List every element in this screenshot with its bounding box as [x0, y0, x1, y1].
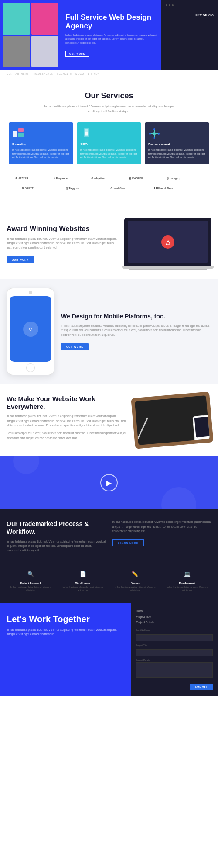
everywhere-desc2: Sed ullamcorper tellus erat, non ultrice…: [7, 431, 126, 440]
service-card-seo: SEO In hac habitasse platea dictumst. Vi…: [77, 122, 141, 164]
brand-taggore: ◎ Taggore: [66, 187, 108, 190]
submit-button[interactable]: SUBMIT: [190, 684, 213, 690]
services-grid: Branding In hac habitasse platea dictums…: [9, 122, 209, 164]
svg-point-5: [85, 132, 88, 135]
video-section[interactable]: ▶: [0, 456, 218, 509]
step-development-desc: In hac habitasse platea dictumst. Vivamu…: [163, 586, 212, 592]
svg-rect-2: [18, 133, 24, 137]
mobile-description: In hac habitasse platea dictumst. Vivamu…: [61, 324, 211, 337]
brand-floordoor: ⧠ Floor & Door: [154, 187, 196, 190]
hero-cta-button[interactable]: OUR WORK: [65, 51, 89, 57]
phone-app-icon: ○: [23, 322, 38, 337]
everywhere-text: We Make Your Website Work Everywhere. In…: [7, 395, 126, 440]
hero-right-panel: Drift Studio: [161, 0, 218, 70]
phone-on-tablet-screen: [194, 417, 210, 438]
process-right: In hac habitasse platea dictumst. Vivamu…: [112, 520, 212, 553]
contact-section: Let's Work Together In hac habitasse pla…: [0, 603, 218, 696]
contact-right: Home Project Title Project Details Email…: [131, 603, 218, 696]
project-title-label: Project Title: [136, 644, 213, 647]
project-details-textarea[interactable]: [136, 662, 213, 678]
bg-shape-1: [13, 456, 39, 474]
nav-home[interactable]: Home: [136, 609, 213, 612]
process-top: Our Trademarked Process & Workflow. In h…: [7, 520, 211, 553]
brand-coregzip: ◎ coreg.zip: [167, 176, 203, 180]
svg-point-12: [158, 133, 160, 135]
process-section: Our Trademarked Process & Workflow. In h…: [0, 509, 218, 603]
branding-icon: [12, 128, 24, 140]
brand-logos-row1: ✈ JAZZER ✦ Elegance ⊕ adaptive ▣ KAGUJE …: [9, 173, 209, 183]
email-input[interactable]: [136, 634, 213, 641]
mobile-section: ○ We Design for Mobile Plaforms, too. In…: [0, 279, 218, 384]
project-title-field: Project Title: [136, 644, 213, 656]
everywhere-title: We Make Your Website Work Everywhere.: [7, 395, 126, 411]
email-field: Email Address: [136, 629, 213, 641]
tablet-screen: [135, 395, 210, 445]
hero-title: Full Service Web Design Agency: [65, 13, 157, 31]
video-overlay: [0, 456, 218, 509]
nav-project-title[interactable]: Project Title: [136, 615, 213, 618]
partner-2: agence ⑧: [57, 73, 72, 75]
wireframes-icon: 📄: [78, 569, 89, 580]
service-card-dev: Development In hac habitasse platea dict…: [145, 122, 209, 164]
laptop-body: △: [124, 218, 211, 266]
hero-description: In hac habitasse platea dictumst. Vivamu…: [65, 33, 157, 45]
project-details-field: Project Details: [136, 659, 213, 679]
partners-label: OUR PARTNERS: [7, 73, 29, 75]
award-title: Award Winning Websites: [7, 225, 118, 233]
learn-more-button[interactable]: LEARN MORE: [112, 539, 144, 546]
service-card-branding: Branding In hac habitasse platea dictums…: [9, 122, 73, 164]
tablet-mockup: [131, 392, 213, 449]
mockup-cell-4: [31, 36, 59, 68]
services-section: Our Services In hac habitasse platea dic…: [0, 78, 218, 209]
svg-point-9: [153, 128, 155, 130]
step-research-name: Project Research: [7, 582, 55, 584]
phone-mockup: ○: [7, 288, 54, 375]
brand-elegance: ✦ Elegance: [53, 176, 89, 180]
dot-1: [166, 4, 167, 6]
nav-project-details[interactable]: Project Details: [136, 621, 213, 624]
process-left: Our Trademarked Process & Workflow. In h…: [7, 520, 106, 553]
services-description: In hac habitasse platea dictumst. Vivamu…: [44, 104, 174, 114]
hero-mockup: [0, 0, 61, 70]
services-title: Our Services: [9, 91, 209, 100]
award-description: In hac habitasse platea dictumst. Vivamu…: [7, 237, 118, 250]
stylus-pen: [136, 417, 148, 442]
development-icon: 💻: [182, 569, 193, 580]
phone-screen: ○: [10, 296, 51, 362]
phone-on-tablet: [192, 415, 210, 445]
brand-logos-row2: ✕ DRETT ◎ Taggore ↗ Lead Gen ⧠ Floor & D…: [9, 185, 209, 191]
award-text: Award Winning Websites In hac habitasse …: [7, 225, 118, 263]
step-research-desc: In hac habitasse platea dictumst. Vivamu…: [7, 586, 55, 592]
step-design-desc: In hac habitasse platea dictumst. Vivamu…: [111, 586, 160, 592]
phone-home-button[interactable]: [26, 363, 35, 372]
mockup-cell-3: [3, 36, 30, 68]
tablet-case: [131, 392, 213, 449]
phone-outer: ○: [7, 288, 54, 375]
mobile-title: We Design for Mobile Plaforms, too.: [61, 313, 211, 320]
phone-speaker: [29, 291, 32, 294]
design-icon: ✏️: [129, 569, 140, 580]
process-desc-right: In hac habitasse platea dictumst. Vivamu…: [112, 520, 212, 533]
award-cta-button[interactable]: OUR WORK: [7, 256, 34, 263]
bg-shape-2: [161, 487, 196, 509]
seo-icon: [80, 128, 92, 140]
brand-kaguje: ▣ KAGUJE: [129, 176, 165, 180]
contact-description: In hac habitasse platea dictumst. Vivamu…: [7, 628, 124, 637]
step-development-name: Development: [163, 582, 212, 584]
branding-name: Branding: [12, 142, 70, 146]
brand-drett: ✕ DRETT: [22, 187, 64, 190]
mobile-cta-button[interactable]: OUR WORK: [61, 343, 89, 350]
svg-point-11: [149, 133, 151, 135]
project-title-input[interactable]: [136, 649, 213, 656]
contact-left: Let's Work Together In hac habitasse pla…: [0, 603, 131, 696]
process-steps: 🔍 Project Research In hac habitasse plat…: [7, 562, 211, 592]
dev-text: In hac habitasse platea dictumst. Vivamu…: [148, 148, 206, 159]
laptop-screen: △: [128, 221, 208, 263]
step-design-name: Design: [111, 582, 160, 584]
everywhere-desc1: In hac habitasse platea dictumst. Vivamu…: [7, 414, 126, 428]
laptop-logo-icon: △: [161, 235, 174, 249]
contact-form: Email Address Project Title Project Deta…: [136, 629, 213, 679]
dev-icon: [148, 128, 160, 140]
laptop-mockup: △: [124, 218, 211, 270]
brand-adaptive: ⊕ adaptive: [91, 176, 127, 180]
